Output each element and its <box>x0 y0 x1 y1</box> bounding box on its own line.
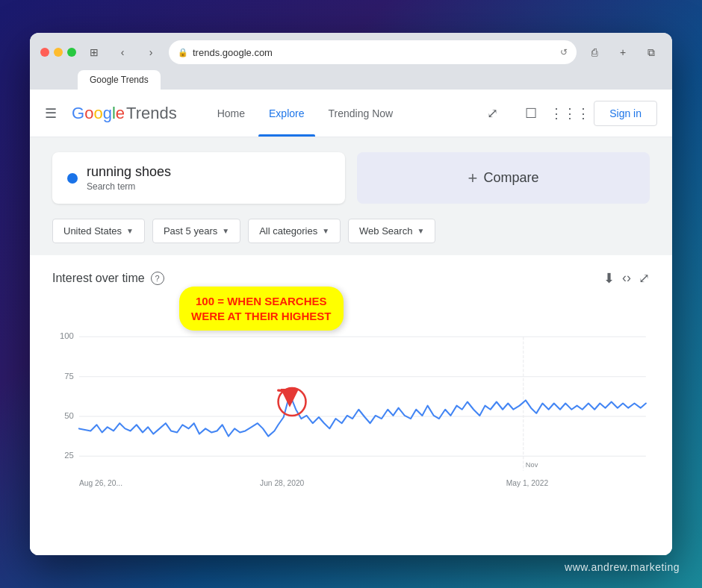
region-filter-label: United States <box>63 225 122 237</box>
header-right: ⤢ ☐ ⋮⋮⋮ Sign in <box>477 98 657 128</box>
minimize-button[interactable] <box>54 48 63 57</box>
new-tab-button[interactable]: + <box>612 42 633 63</box>
url-text: trends.google.com <box>193 47 273 58</box>
search-term-content: running shoes Search term <box>87 164 171 192</box>
watermark: www.andrew.marketing <box>565 561 680 573</box>
type-filter-arrow: ▼ <box>417 227 424 235</box>
notifications-icon-btn[interactable]: ☐ <box>516 98 546 128</box>
time-filter-arrow: ▼ <box>222 227 229 235</box>
nav-home[interactable]: Home <box>207 90 255 137</box>
logo-trends-text: Trends <box>126 104 177 123</box>
region-filter[interactable]: United States ▼ <box>52 219 145 243</box>
region-filter-arrow: ▼ <box>126 227 134 235</box>
embed-icon[interactable]: ‹› <box>622 270 631 287</box>
info-icon[interactable]: ? <box>151 272 164 285</box>
nav-explore[interactable]: Explore <box>258 90 314 137</box>
y-label-25: 25 <box>64 451 74 460</box>
time-filter[interactable]: Past 5 years ▼ <box>152 219 240 243</box>
forward-button[interactable]: › <box>140 42 161 63</box>
share-button[interactable]: ⎙ <box>584 42 605 63</box>
close-button[interactable] <box>40 48 49 57</box>
time-filter-label: Past 5 years <box>164 225 217 237</box>
category-filter[interactable]: All categories ▼ <box>248 219 341 243</box>
browser-chrome: ⊞ ‹ › 🔒 trends.google.com ↺ ⎙ + ⧉ Google… <box>30 33 672 90</box>
type-filter-label: Web Search <box>359 225 412 237</box>
main-nav: Home Explore Trending Now <box>207 90 403 137</box>
window-button[interactable]: ⧉ <box>641 42 662 63</box>
traffic-lights <box>40 48 76 57</box>
x-label-mid: Jun 28, 2020 <box>260 479 305 487</box>
apps-icon-btn[interactable]: ⋮⋮⋮ <box>555 98 585 128</box>
filters-bar: United States ▼ Past 5 years ▼ All categ… <box>30 219 672 255</box>
search-area: running shoes Search term + Compare <box>30 137 672 219</box>
annotation-container: 100 = WHEN SEARCHES WERE AT THEIR HIGHES… <box>179 287 344 331</box>
y-label-100: 100 <box>60 331 74 340</box>
browser-top-bar: ⊞ ‹ › 🔒 trends.google.com ↺ ⎙ + ⧉ <box>40 40 662 64</box>
page-content: ☰ Google Trends Home Explore Trending No… <box>30 90 672 555</box>
compare-label: Compare <box>483 170 538 186</box>
maximize-button[interactable] <box>67 48 76 57</box>
chart-title: Interest over time <box>52 272 145 285</box>
share-icon-btn[interactable]: ⤢ <box>477 98 507 128</box>
refresh-icon: ↺ <box>560 47 568 57</box>
nav-trending-now[interactable]: Trending Now <box>318 90 404 137</box>
google-trends-header: ☰ Google Trends Home Explore Trending No… <box>30 90 672 137</box>
x-label-end: May 1, 2022 <box>506 479 549 487</box>
chart-actions: ⬇ ‹› ⤢ <box>603 270 650 287</box>
active-tab[interactable]: Google Trends <box>78 70 161 90</box>
google-trends-logo[interactable]: Google Trends <box>72 104 177 123</box>
type-filter[interactable]: Web Search ▼ <box>348 219 435 243</box>
category-filter-label: All categories <box>259 225 317 237</box>
x-label-start: Aug 26, 20... <box>79 479 122 487</box>
address-bar[interactable]: 🔒 trends.google.com ↺ <box>169 40 577 64</box>
y-label-50: 50 <box>64 411 74 420</box>
lock-icon: 🔒 <box>178 48 188 57</box>
sign-in-button[interactable]: Sign in <box>594 101 657 126</box>
category-filter-arrow: ▼ <box>322 227 329 235</box>
nov-label: Nov <box>526 461 538 469</box>
tab-title: Google Trends <box>90 75 149 85</box>
annotation-line2: WERE AT THEIR HIGHEST <box>191 310 332 322</box>
download-icon[interactable]: ⬇ <box>603 270 615 287</box>
search-term-text: running shoes <box>87 164 171 180</box>
annotation-line1: 100 = WHEN SEARCHES <box>196 295 326 307</box>
back-button[interactable]: ‹ <box>112 42 133 63</box>
chart-header: Interest over time ? ⬇ ‹› ⤢ <box>52 270 650 287</box>
y-label-75: 75 <box>64 372 74 381</box>
logo-google-text: Google <box>72 104 125 123</box>
share-chart-icon[interactable]: ⤢ <box>639 270 650 287</box>
chart-line <box>79 394 646 436</box>
tab-grid-button[interactable]: ⊞ <box>84 42 105 63</box>
hamburger-menu[interactable]: ☰ <box>45 105 57 122</box>
chart-title-area: Interest over time ? <box>52 272 164 285</box>
chart-area: Interest over time ? ⬇ ‹› ⤢ 100 = WHEN S… <box>30 255 672 555</box>
compare-plus-icon: + <box>468 169 478 188</box>
search-term-box[interactable]: running shoes Search term <box>52 152 345 204</box>
browser-tab-bar: Google Trends <box>40 70 662 90</box>
browser-window: ⊞ ‹ › 🔒 trends.google.com ↺ ⎙ + ⧉ Google… <box>30 33 672 555</box>
compare-box[interactable]: + Compare <box>357 152 650 204</box>
annotation-bubble: 100 = WHEN SEARCHES WERE AT THEIR HIGHES… <box>179 287 344 331</box>
chart-svg-container: 100 = WHEN SEARCHES WERE AT THEIR HIGHES… <box>52 294 650 540</box>
interest-chart: 100 75 50 25 Nov <box>52 294 650 540</box>
search-dot <box>67 173 78 184</box>
search-term-label: Search term <box>87 181 171 192</box>
